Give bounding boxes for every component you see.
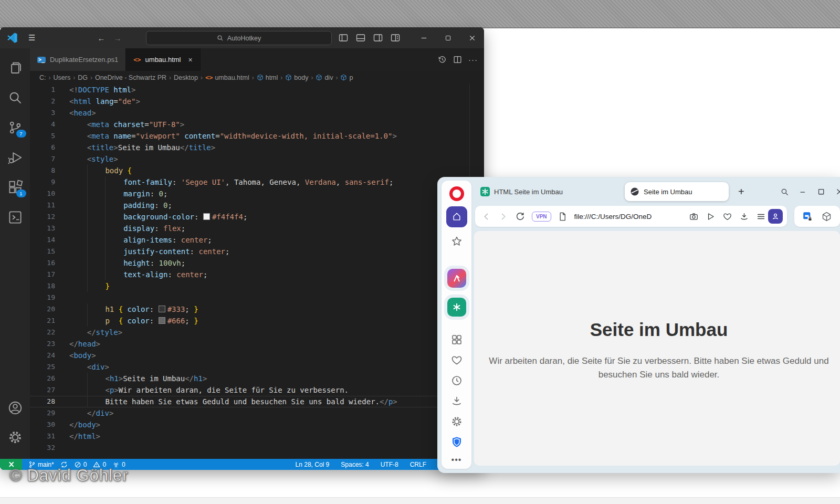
status-right-item[interactable]: UTF-8 — [381, 461, 398, 468]
status-right-item[interactable]: CRLF — [410, 461, 426, 468]
breadcrumb-item[interactable]: Users — [54, 74, 71, 81]
breadcrumb-item[interactable]: OneDrive - Schwartz PR — [95, 74, 166, 81]
gear-icon[interactable] — [450, 415, 463, 428]
more-actions-icon[interactable]: ··· — [468, 55, 478, 64]
url-text[interactable]: file:///C:/Users/DG/OneD — [574, 213, 685, 220]
grid-icon[interactable] — [450, 333, 463, 346]
breadcrumb-item[interactable]: Desktop — [174, 74, 198, 81]
code-line[interactable]: 2<html lang="de"> — [30, 96, 484, 107]
code-line[interactable]: 20 h1 { color: #333; } — [30, 303, 484, 315]
breadcrumb-item[interactable]: p — [340, 74, 353, 81]
search-magnifier-icon[interactable] — [780, 187, 789, 196]
code-line[interactable]: 29 </div> — [30, 407, 484, 419]
opera-logo-icon[interactable] — [449, 186, 464, 201]
code-line[interactable]: 1<!DOCTYPE html> — [30, 84, 484, 96]
op-minimize-icon[interactable] — [799, 187, 807, 196]
shield-icon[interactable] — [450, 436, 463, 448]
search-icon[interactable] — [7, 90, 23, 106]
history-icon[interactable] — [438, 55, 447, 64]
tab-close-icon[interactable]: × — [188, 56, 193, 64]
document-icon[interactable] — [558, 212, 568, 222]
source-control-icon[interactable]: 7 — [7, 120, 23, 135]
code-line[interactable]: 7 <style> — [30, 153, 484, 165]
code-editor[interactable]: 1<!DOCTYPE html>2<html lang="de">3<head>… — [30, 84, 484, 459]
camera-icon[interactable] — [689, 212, 699, 222]
home-icon[interactable] — [446, 206, 467, 227]
profile-button[interactable] — [768, 209, 783, 224]
breadcrumb-item[interactable]: C: — [39, 74, 46, 81]
settings-gear-icon[interactable] — [7, 429, 23, 445]
code-line[interactable]: 11 padding: 0; — [30, 200, 484, 211]
status-right-item[interactable]: Spaces: 4 — [341, 461, 369, 468]
code-line[interactable]: 22 </style> — [30, 327, 484, 338]
clock-icon[interactable] — [450, 374, 463, 387]
layout-sidebar-right-icon[interactable] — [373, 34, 383, 42]
navigate-forward-icon[interactable]: → — [113, 34, 121, 43]
breadcrumb-item[interactable]: div — [316, 74, 333, 81]
win-close-icon[interactable] — [460, 27, 484, 48]
status-right-item[interactable]: Ln 28, Col 9 — [296, 461, 330, 468]
reload-icon[interactable] — [515, 212, 525, 222]
vpn-badge[interactable]: VPN — [532, 212, 551, 222]
breadcrumb-item[interactable]: <>umbau.html — [205, 74, 249, 81]
layout-custom-icon[interactable] — [391, 34, 400, 42]
code-line[interactable]: 9 font-family: 'Segoe UI', Tahoma, Genev… — [30, 176, 484, 188]
op-close-icon[interactable] — [835, 187, 840, 196]
code-line[interactable]: 3<head> — [30, 107, 484, 119]
star-icon[interactable] — [450, 235, 463, 248]
code-line[interactable]: 18 } — [30, 280, 484, 292]
code-line[interactable]: 31</html> — [30, 430, 484, 442]
browser-tab[interactable]: Seite im Umbau — [625, 182, 729, 201]
win-minimize-icon[interactable] — [412, 27, 436, 48]
breadcrumb-item[interactable]: DG — [78, 74, 88, 81]
breadcrumb[interactable]: C:›Users›DG›OneDrive - Schwartz PR›Deskt… — [30, 71, 484, 84]
navigate-back-icon[interactable]: ← — [97, 34, 105, 43]
chatgpt-icon[interactable] — [447, 298, 466, 317]
code-line[interactable]: 10 margin: 0; — [30, 188, 484, 200]
code-line[interactable]: 30</body> — [30, 419, 484, 430]
send-icon[interactable] — [706, 212, 716, 222]
op-maximize-icon[interactable] — [817, 187, 826, 196]
extensions-icon[interactable]: 1 — [7, 180, 23, 195]
code-line[interactable]: 21 p { color: #666; } — [30, 315, 484, 327]
code-line[interactable]: 4 <meta charset="UTF-8"> — [30, 119, 484, 130]
split-editor-icon[interactable] — [453, 55, 462, 64]
download-small-icon[interactable] — [739, 212, 749, 222]
menu-hamburger-icon[interactable]: ☰ — [28, 33, 35, 43]
code-line[interactable]: 8 body { — [30, 165, 484, 176]
command-center-search[interactable]: AutoHotkey — [146, 31, 332, 45]
files-icon[interactable] — [7, 60, 23, 76]
aria-icon[interactable] — [447, 269, 466, 288]
browser-tab[interactable]: HTML Seite im Umbau — [475, 187, 568, 196]
account-icon[interactable] — [7, 400, 23, 416]
heart-icon[interactable] — [450, 354, 463, 366]
lock-extension-icon[interactable] — [802, 211, 813, 222]
new-tab-button[interactable]: + — [738, 186, 744, 198]
win-maximize-icon[interactable] — [436, 27, 460, 48]
tune-icon[interactable] — [756, 212, 766, 222]
sidebar-more-icon[interactable]: ••• — [452, 455, 462, 465]
code-line[interactable]: 14 align-items: center; — [30, 234, 484, 246]
editor-tab[interactable]: >_DuplikateErsetzen.ps1 — [30, 48, 126, 71]
terminal-icon[interactable] — [7, 209, 23, 225]
editor-tab[interactable]: <>umbau.html× — [126, 48, 201, 71]
code-line[interactable]: 17 text-align: center; — [30, 269, 484, 280]
code-line[interactable]: 24<body> — [30, 350, 484, 361]
breadcrumb-item[interactable]: body — [285, 74, 308, 81]
code-line[interactable]: 12 background-color: #f4f4f4; — [30, 211, 484, 223]
code-line[interactable]: 27 <p>Wir arbeiten daran, die Seite für … — [30, 384, 484, 396]
code-line[interactable]: 16 height: 100vh; — [30, 257, 484, 269]
code-line[interactable]: 32 — [30, 442, 484, 454]
code-line[interactable]: 19 — [30, 292, 484, 303]
forward-arrow-icon[interactable] — [498, 212, 508, 222]
address-bar[interactable]: VPN file:///C:/Users/DG/OneD — [475, 206, 787, 227]
layout-sidebar-icon[interactable] — [339, 34, 348, 42]
breadcrumb-item[interactable]: html — [257, 74, 278, 81]
download-icon[interactable] — [450, 395, 463, 407]
debug-icon[interactable] — [7, 150, 23, 165]
code-line[interactable]: 23</head> — [30, 338, 484, 350]
code-line[interactable]: 5 <meta name="viewport" content="width=d… — [30, 130, 484, 142]
code-line[interactable]: 6 <title>Seite im Umbau</title> — [30, 142, 484, 153]
code-line[interactable]: 25 <div> — [30, 361, 484, 373]
code-line[interactable]: 15 justify-content: center; — [30, 246, 484, 257]
